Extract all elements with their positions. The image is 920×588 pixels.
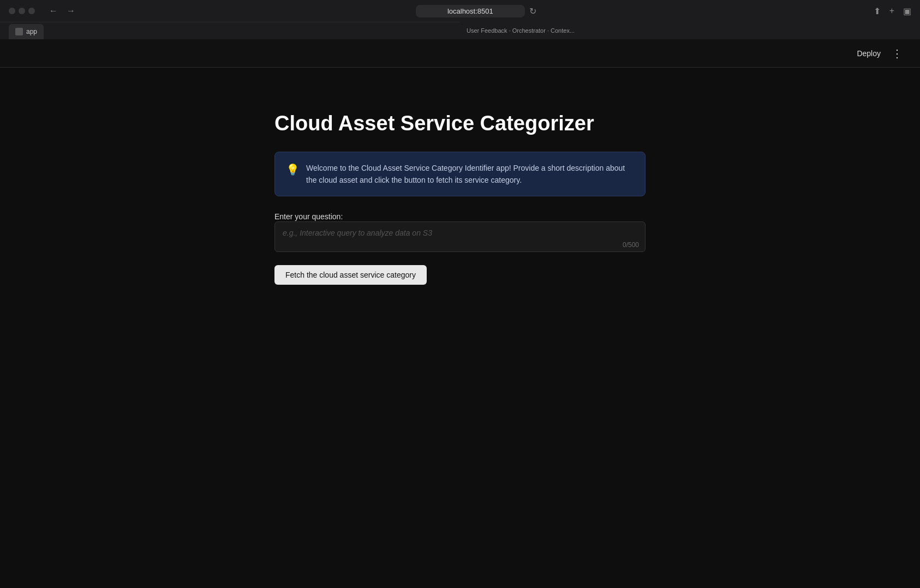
app-container: Cloud Asset Service Categorizer 💡 Welcom… bbox=[274, 111, 646, 588]
new-tab-icon[interactable]: + bbox=[889, 6, 894, 16]
tab-label: app bbox=[26, 28, 37, 35]
minimize-btn[interactable] bbox=[19, 8, 25, 14]
tab-favicon bbox=[15, 28, 23, 35]
browser-tab[interactable]: app bbox=[9, 24, 44, 39]
address-bar-wrapper: localhost:8501 ↻ bbox=[85, 5, 867, 17]
browser-actions: ⬆ + ▣ bbox=[874, 6, 911, 16]
char-count: 0/500 bbox=[623, 241, 639, 249]
browser-controls bbox=[9, 8, 35, 14]
browser-chrome: ← → localhost:8501 ↻ ⬆ + ▣ User Feedback… bbox=[0, 0, 920, 39]
question-input[interactable] bbox=[274, 221, 646, 252]
page-title: Cloud Asset Service Categorizer bbox=[274, 111, 646, 136]
fetch-button[interactable]: Fetch the cloud asset service category bbox=[274, 265, 427, 285]
back-button[interactable]: ← bbox=[46, 5, 61, 17]
secondary-tab-bar: User Feedback · Orchestrator · Contex... bbox=[460, 22, 920, 39]
maximize-btn[interactable] bbox=[28, 8, 35, 14]
deploy-button[interactable]: Deploy bbox=[850, 46, 887, 61]
lightbulb-icon: 💡 bbox=[286, 163, 300, 176]
info-banner-text: Welcome to the Cloud Asset Service Categ… bbox=[306, 162, 634, 187]
tabs-icon[interactable]: ▣ bbox=[903, 6, 911, 16]
question-label: Enter your question: bbox=[274, 212, 343, 221]
reload-button[interactable]: ↻ bbox=[529, 6, 536, 16]
browser-title-bar: ← → localhost:8501 ↻ ⬆ + ▣ User Feedback… bbox=[0, 0, 920, 22]
close-btn[interactable] bbox=[9, 8, 15, 14]
nav-buttons: ← → bbox=[46, 5, 79, 17]
share-icon[interactable]: ⬆ bbox=[874, 6, 881, 16]
forward-button[interactable]: → bbox=[63, 5, 79, 17]
app-header: Deploy ⋮ bbox=[0, 39, 920, 68]
info-banner: 💡 Welcome to the Cloud Asset Service Cat… bbox=[274, 152, 646, 197]
address-bar[interactable]: localhost:8501 bbox=[416, 5, 525, 17]
secondary-tab-text: User Feedback · Orchestrator · Contex... bbox=[467, 27, 575, 34]
main-content: Cloud Asset Service Categorizer 💡 Welcom… bbox=[0, 68, 920, 588]
more-options-button[interactable]: ⋮ bbox=[887, 45, 907, 62]
input-wrapper: 0/500 bbox=[274, 221, 646, 254]
